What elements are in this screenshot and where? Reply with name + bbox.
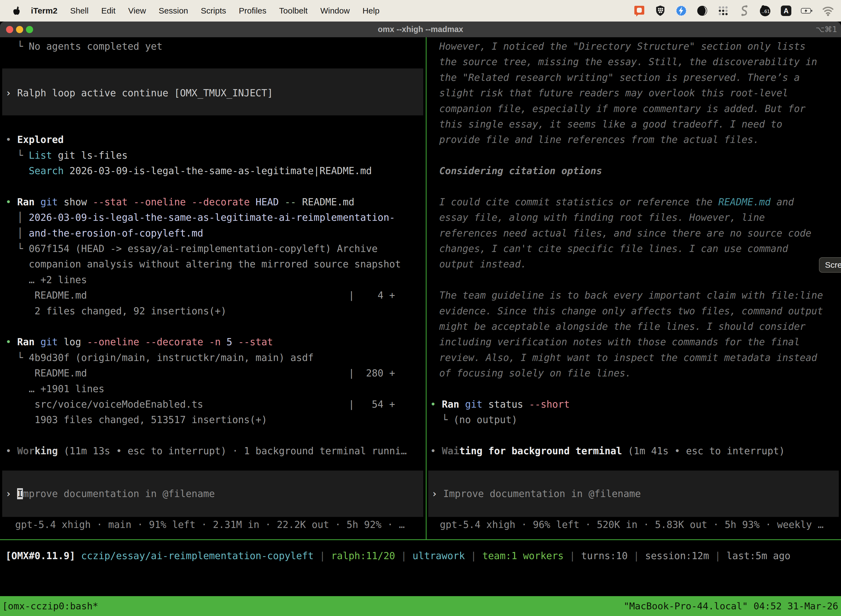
- terminal-row: README.md | 280 +: [6, 365, 425, 381]
- tmux-host-clock: "MacBook-Pro-44.local" 04:52 31-Mar-26: [624, 596, 838, 616]
- shield-grid-icon[interactable]: [654, 4, 667, 17]
- terminal-row: └ 067f154 (HEAD -> essay/ai-reimplementa…: [6, 241, 425, 257]
- terminal-row: │ and-the-erosion-of-copyleft.md: [6, 226, 425, 241]
- terminal-row: [430, 272, 841, 287]
- active-app-name[interactable]: iTerm2: [31, 6, 57, 15]
- left-prompt-input[interactable]: › Improve documentation in @filename: [2, 471, 423, 517]
- terminal-row: [6, 101, 425, 116]
- terminal-row: │ 2026-03-09-is-legal-the-same-as-legiti…: [6, 210, 425, 225]
- terminal-row: companion file, especially if more comme…: [430, 101, 841, 116]
- left-pane[interactable]: └ No agents completed yet› Ralph loop ac…: [6, 39, 425, 459]
- menu-item-toolbelt[interactable]: Toolbelt: [279, 6, 308, 15]
- terminal-row: [6, 319, 425, 334]
- window-title: omx --xhigh --madmax: [0, 22, 841, 37]
- reasoning-heading: Considering citation options: [430, 163, 841, 179]
- menu-item-scripts[interactable]: Scripts: [201, 6, 226, 15]
- tmux-status-bar: [omx-cczip0:bash* "MacBook-Pro-44.local"…: [0, 596, 841, 616]
- terminal-row: 1903 files changed, 513517 insertions(+): [6, 412, 425, 427]
- svg-text:..61: ..61: [762, 9, 770, 14]
- right-model-status: gpt-5.4 xhigh · 96% left · 520K in · 5.8…: [440, 517, 823, 532]
- terminal-row: evidence. Since this change only affects…: [430, 303, 841, 319]
- cmd-git-log: • Ran git log --oneline --decorate -n 5 …: [6, 334, 425, 350]
- cmd-git-status: • Ran git status --short: [430, 397, 841, 412]
- terminal-row: this single essay, it seems like a good …: [430, 116, 841, 132]
- waiting-status: • Waiting for background terminal (1m 41…: [430, 443, 841, 459]
- percent-61-badge-icon[interactable]: ..61: [759, 4, 771, 17]
- terminal-row: the "Related research writing" section i…: [430, 70, 841, 85]
- terminal-row: The team guideline is to back every impo…: [430, 287, 841, 303]
- terminal-row: including verification notes with those …: [430, 334, 841, 350]
- omx-status-line: [OMX#0.11.9] cczip/essay/ai-reimplementa…: [6, 548, 791, 563]
- menubar-status-icons: ..61 A: [633, 4, 841, 17]
- svg-text:A: A: [784, 7, 788, 15]
- menu-item-session[interactable]: Session: [159, 6, 188, 15]
- iterm2-window: omx --xhigh --madmax ⌥⌘1 └ No agents com…: [0, 22, 841, 616]
- terminal-row: references need actual files, and since …: [430, 226, 841, 241]
- menu-item-shell[interactable]: Shell: [70, 6, 89, 15]
- terminal-row: the source tree, missing the essay. Stil…: [430, 54, 841, 70]
- terminal-row: README.md | 4 +: [6, 287, 425, 303]
- terminal-row: However, I noticed the "Directory Struct…: [430, 39, 841, 54]
- terminal-row: [430, 148, 841, 163]
- tmux-pane-divider[interactable]: [426, 37, 426, 539]
- terminal-row: … +1901 lines: [6, 381, 425, 397]
- menu-item-help[interactable]: Help: [363, 6, 379, 15]
- dots-grid-icon[interactable]: [717, 4, 730, 17]
- terminal-row: [6, 54, 425, 70]
- terminal-row: [6, 428, 425, 443]
- terminal-row: [430, 428, 841, 443]
- terminal-row: essay file, along with finding root file…: [430, 210, 841, 225]
- menu-item-edit[interactable]: Edit: [101, 6, 116, 15]
- terminal-row: output instead.: [430, 257, 841, 272]
- explored-search: Search 2026-03-09-is-legal-the-same-as-l…: [6, 163, 425, 179]
- apple-menu-icon[interactable]: [13, 6, 21, 15]
- right-input-line: › Improve documentation in @filename: [428, 486, 641, 502]
- terminal-row: I could cite commit statistics or refere…: [430, 194, 841, 210]
- wifi-icon[interactable]: [822, 4, 834, 17]
- working-status: • Working (11m 13s • esc to interrupt) ·…: [6, 443, 425, 459]
- terminal-row: provide file and line references from th…: [430, 132, 841, 147]
- terminal-row: … +2 lines: [6, 272, 425, 287]
- terminal-row: changes, I can't cite specific file line…: [430, 241, 841, 257]
- terminal-row: might be acceptable alongside the file l…: [430, 319, 841, 334]
- notification-toast: Scre: [819, 257, 841, 273]
- chat-bubble-icon[interactable]: [633, 4, 646, 17]
- terminal-row: └ (no output): [430, 412, 841, 427]
- menu-item-window[interactable]: Window: [320, 6, 350, 15]
- tmux-session-label: [omx-cczip0:bash*: [2, 596, 98, 616]
- bolt-badge-icon[interactable]: [675, 4, 687, 17]
- terminal-row: └ 4b9d30f (origin/main, instructkr/main,…: [6, 350, 425, 365]
- explored-list: └ List git ls-files: [6, 148, 425, 163]
- crescent-icon[interactable]: [696, 4, 709, 17]
- macos-menu-bar: iTerm2 ShellEditViewSessionScriptsProfil…: [0, 0, 841, 22]
- window-titlebar[interactable]: omx --xhigh --madmax ⌥⌘1: [0, 22, 841, 37]
- menu-items: ShellEditViewSessionScriptsProfilesToolb…: [57, 6, 379, 15]
- ralph-loop-line: › Ralph loop active continue [OMX_TMUX_I…: [6, 85, 425, 101]
- terminal-row: [6, 179, 425, 194]
- terminal-row: of focusing solely on file lines.: [430, 365, 841, 381]
- terminal-row: [430, 381, 841, 397]
- terminal-row: [430, 179, 841, 194]
- left-model-status: gpt-5.4 xhigh · main · 91% left · 2.31M …: [15, 517, 405, 532]
- squiggle-icon[interactable]: [738, 4, 750, 17]
- terminal-row: [6, 70, 425, 85]
- left-input-line: › Improve documentation in @filename: [2, 486, 215, 502]
- notification-toast-text: Scre: [825, 260, 841, 270]
- right-prompt-input[interactable]: › Improve documentation in @filename: [428, 471, 839, 517]
- terminal-row: review. Also, I might want to inspect th…: [430, 350, 841, 365]
- cmd-git-show: • Ran git show --stat --oneline --decora…: [6, 194, 425, 210]
- window-shortcut-hint: ⌥⌘1: [816, 22, 837, 37]
- terminal-row: 2 files changed, 92 insertions(+): [6, 303, 425, 319]
- agents-status: └ No agents completed yet: [6, 39, 425, 54]
- battery-charging-icon[interactable]: [801, 4, 813, 17]
- menu-item-profiles[interactable]: Profiles: [239, 6, 266, 15]
- terminal-row: companion analysis without altering the …: [6, 257, 425, 272]
- right-pane[interactable]: However, I noticed the "Directory Struct…: [430, 39, 841, 459]
- caps-a-icon[interactable]: A: [780, 4, 793, 17]
- menu-item-view[interactable]: View: [128, 6, 146, 15]
- terminal-row: [6, 116, 425, 132]
- tmux-horizontal-border: [0, 539, 841, 540]
- terminal-row: src/voice/voiceModeEnabled.ts | 54 +: [6, 397, 425, 412]
- terminal-content: └ No agents completed yet› Ralph loop ac…: [0, 37, 841, 616]
- terminal-row: slight risk that future readers may over…: [430, 85, 841, 101]
